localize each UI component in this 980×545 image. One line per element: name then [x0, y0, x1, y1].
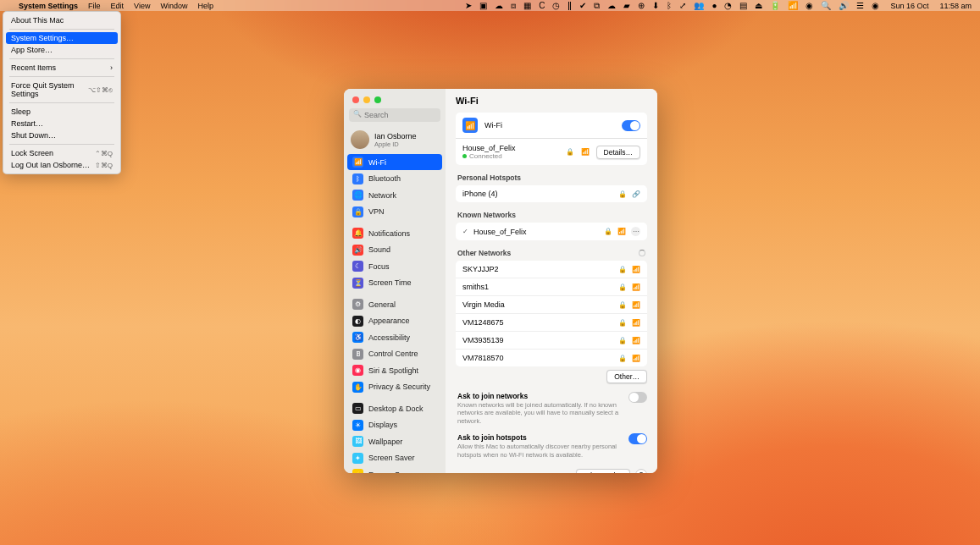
sidebar-icon: ✦: [352, 453, 363, 464]
lock-icon: 🔒: [618, 190, 627, 198]
help-button[interactable]: ?: [635, 469, 647, 473]
ask-networks-toggle[interactable]: [628, 392, 647, 403]
sidebar-item-label: Screen Saver: [368, 454, 415, 462]
dropbox-icon[interactable]: ⧈: [511, 1, 516, 11]
facetime-icon[interactable]: ▰: [623, 1, 630, 10]
download-icon[interactable]: ⬇: [652, 1, 659, 10]
menubar-appname[interactable]: System Settings: [19, 2, 78, 10]
sidebar-item-appearance[interactable]: ◐Appearance: [347, 313, 442, 329]
network-row[interactable]: Virgin Media🔒📶: [456, 295, 647, 313]
sidebar-item-focus[interactable]: ☾Focus: [347, 258, 442, 274]
search-input[interactable]: [349, 108, 440, 122]
menu-recent-items[interactable]: Recent Items›: [6, 62, 118, 74]
sidebar-item-desktop-dock[interactable]: ▭Desktop & Dock: [347, 400, 442, 416]
menu-lock-screen[interactable]: Lock Screen⌃⌘Q: [6, 147, 118, 159]
close-button[interactable]: [352, 96, 359, 103]
menubar-status-icons: ➤ ▣ ☁ ⧈ ▦ C ◷ ǁ ✔ ⧉ ☁ ▰ ⊕ ⬇ ᛒ ⤢ 👥 ● ◔ ▤ …: [465, 1, 972, 11]
sidebar-item-bluetooth[interactable]: ᛒBluetooth: [347, 171, 442, 187]
sidebar-item-vpn[interactable]: 🔒VPN: [347, 204, 442, 220]
hotspot-row[interactable]: iPhone (4) 🔒🔗: [456, 185, 647, 202]
network-row[interactable]: SKYJJJP2🔒📶: [456, 261, 647, 278]
volume-icon[interactable]: 🔊: [839, 1, 849, 10]
ask-hotspots-toggle[interactable]: [628, 433, 647, 444]
globe-icon[interactable]: ⊕: [638, 1, 645, 10]
menu-restart[interactable]: Restart…: [6, 118, 118, 129]
dot-icon[interactable]: ●: [711, 1, 717, 10]
sidebar-item-sound[interactable]: 🔊Sound: [347, 242, 442, 258]
wifi-status-icon[interactable]: 📶: [788, 1, 798, 10]
sidebar-item-general[interactable]: ⚙General: [347, 296, 442, 312]
location-icon[interactable]: ➤: [465, 1, 472, 10]
check-icon[interactable]: ✔: [579, 1, 586, 10]
sidebar-item-screen-saver[interactable]: ✦Screen Saver: [347, 450, 442, 466]
timer-icon[interactable]: ◔: [724, 1, 732, 10]
sidebar-item-privacy-security[interactable]: ✋Privacy & Security: [347, 379, 442, 395]
sidebar-item-control-centre[interactable]: 🎚Control Centre: [347, 346, 442, 362]
bluetooth-icon[interactable]: ᛒ: [667, 1, 672, 10]
siri-icon[interactable]: ◉: [872, 1, 879, 10]
sidebar-user[interactable]: Ian Osborne Apple ID: [344, 127, 446, 154]
menu-window[interactable]: Window: [160, 2, 187, 10]
menu-sleep[interactable]: Sleep: [6, 106, 118, 118]
network-row[interactable]: VM1248675🔒📶: [456, 313, 647, 331]
sidebar-icon: 🖼: [352, 436, 363, 447]
more-button[interactable]: ⋯: [631, 227, 640, 236]
minimize-button[interactable]: [363, 96, 370, 103]
network-row[interactable]: VM7818570🔒📶: [456, 349, 647, 366]
controlcenter-icon[interactable]: ☰: [856, 1, 864, 10]
user-icon[interactable]: ◉: [806, 1, 813, 10]
sidebar-icon: ☾: [352, 261, 363, 272]
sidebar-item-notifications[interactable]: 🔔Notifications: [347, 225, 442, 241]
wifi-toggle[interactable]: [622, 120, 640, 131]
network-row[interactable]: VM3935139🔒📶: [456, 331, 647, 349]
menubar-time[interactable]: 11:58 am: [939, 2, 972, 10]
sidebar-item-wallpaper[interactable]: 🖼Wallpaper: [347, 433, 442, 449]
sidebar-icon: ᛒ: [352, 173, 363, 184]
spotlight-icon[interactable]: 🔍: [821, 1, 831, 10]
menu-view[interactable]: View: [134, 2, 150, 10]
sidebar-icon: ▭: [352, 403, 363, 414]
menu-file[interactable]: File: [88, 2, 101, 10]
sidebar-icon: 🔊: [352, 245, 363, 256]
sidebar-item-energy-saver[interactable]: ⚡Energy Saver: [347, 466, 442, 473]
sidebar-item-screen-time[interactable]: ⏳Screen Time: [347, 275, 442, 291]
battery-icon[interactable]: 🔋: [770, 1, 780, 10]
menu-system-settings[interactable]: System Settings…: [6, 32, 118, 44]
shortcuts-icon[interactable]: ⧉: [594, 1, 600, 11]
user-sub: Apple ID: [374, 140, 417, 148]
menu-edit[interactable]: Edit: [111, 2, 125, 10]
clock-icon[interactable]: ◷: [552, 1, 560, 10]
expand-icon[interactable]: ⤢: [679, 1, 686, 10]
sidebar-item-wi-fi[interactable]: 📶Wi-Fi: [347, 154, 442, 170]
other-button[interactable]: Other…: [606, 370, 647, 383]
menu-force-quit[interactable]: Force Quit System Settings⌥⇧⌘⎋: [6, 80, 118, 100]
system-settings-window: Ian Osborne Apple ID 📶Wi-FiᛒBluetooth🌐Ne…: [344, 89, 657, 473]
icloud-icon[interactable]: ☁: [607, 1, 616, 10]
menu-logout[interactable]: Log Out Ian Osborne…⇧⌘Q: [6, 159, 118, 171]
cloud-icon[interactable]: ☁: [495, 1, 503, 10]
details-button[interactable]: Details…: [596, 146, 640, 159]
menu-help[interactable]: Help: [197, 2, 213, 10]
tuner-icon[interactable]: ǁ: [568, 1, 572, 10]
zoom-button[interactable]: [374, 96, 381, 103]
eject-icon[interactable]: ⏏: [755, 1, 762, 10]
sidebar-item-siri-spotlight[interactable]: ◉Siri & Spotlight: [347, 362, 442, 378]
menubar-date[interactable]: Sun 16 Oct: [890, 2, 928, 10]
c-icon[interactable]: C: [539, 1, 545, 10]
users-icon[interactable]: 👥: [694, 1, 704, 10]
menu-app-store[interactable]: App Store…: [6, 44, 118, 56]
menu-shutdown[interactable]: Shut Down…: [6, 129, 118, 141]
package-icon[interactable]: ▦: [523, 1, 531, 10]
advanced-button[interactable]: Advanced…: [576, 469, 630, 473]
network-name: VM3935139: [462, 336, 504, 344]
photos-icon[interactable]: ▣: [479, 1, 487, 10]
known-row[interactable]: ✓ House_of_Felix 🔒 📶 ⋯: [456, 223, 647, 240]
calendar-icon[interactable]: ▤: [739, 1, 747, 10]
sidebar-item-displays[interactable]: ☀Displays: [347, 417, 442, 433]
sidebar-item-accessibility[interactable]: ♿Accessibility: [347, 329, 442, 345]
sidebar-item-network[interactable]: 🌐Network: [347, 187, 442, 203]
settings-content: Wi-Fi 📶 Wi-Fi House_of_Felix Connected 🔒…: [446, 89, 657, 473]
network-row[interactable]: smiths1🔒📶: [456, 278, 647, 295]
ask-networks-title: Ask to join networks: [457, 392, 627, 400]
menu-about-mac[interactable]: About This Mac: [6, 14, 118, 26]
